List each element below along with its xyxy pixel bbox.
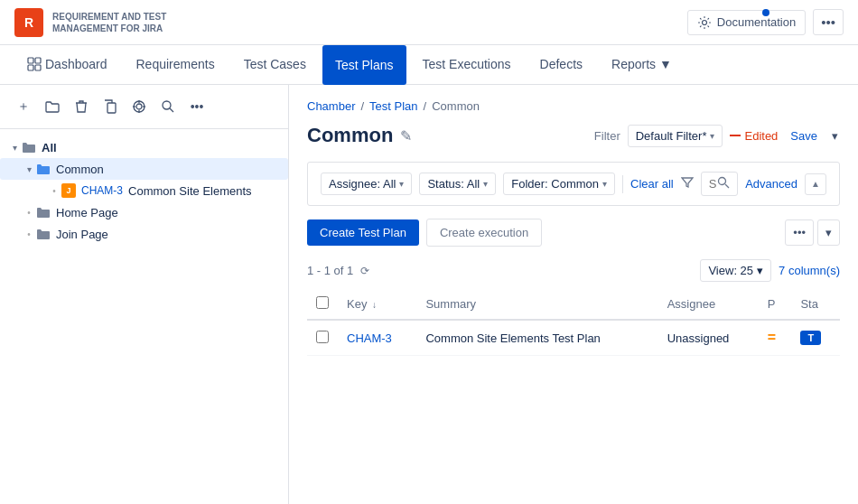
app-title: REQUIREMENT AND TEST MANAGEMENT FOR JIRA <box>52 11 170 34</box>
chevron-down-icon: ▼ <box>659 57 672 71</box>
filter-row: Filter Default Filter* ▾ Edited Save ▾ <box>594 125 840 147</box>
tree-area: ▾ All ▾ Common • J CHAM-3 Common Site El… <box>0 129 288 252</box>
breadcrumb-sep1: / <box>360 99 364 113</box>
nav-item-requirements[interactable]: Requirements <box>124 45 228 85</box>
th-key[interactable]: Key ↓ <box>338 289 416 320</box>
folder-button[interactable] <box>40 94 65 119</box>
breadcrumb: Chamber / Test Plan / Common <box>307 99 840 113</box>
search-sidebar-button[interactable] <box>155 94 181 119</box>
main-layout: ＋ <box>0 85 858 504</box>
folder-icon-home <box>36 205 51 219</box>
filter-value: Default Filter* <box>636 129 707 143</box>
edited-badge: Edited <box>730 129 778 143</box>
tree-item-common[interactable]: ▾ Common <box>0 158 288 180</box>
sidebar: ＋ <box>0 85 289 504</box>
jira-icon-cham3: J <box>61 183 76 198</box>
documentation-button[interactable]: Documentation <box>687 10 806 35</box>
tree-item-all[interactable]: ▾ All <box>0 136 288 158</box>
page-header: Common ✎ Filter Default Filter* ▾ Edited… <box>307 124 840 147</box>
svg-rect-3 <box>28 65 33 70</box>
app-logo: R <box>14 8 43 37</box>
create-execution-button[interactable]: Create execution <box>426 219 542 247</box>
svg-line-13 <box>170 108 173 112</box>
th-checkbox <box>307 289 338 320</box>
tree-item-common-label: Common <box>56 163 104 176</box>
action-row: Create Test Plan Create execution ••• ▾ <box>307 219 840 247</box>
expand-icon-common: ▾ <box>22 164 36 174</box>
folder-filter[interactable]: Folder: Common ▾ <box>503 173 615 195</box>
tree-item-home-page[interactable]: • Home Page <box>0 201 288 223</box>
th-assignee[interactable]: Assignee <box>658 289 759 320</box>
tree-item-key: CHAM-3 <box>81 184 123 197</box>
breadcrumb-sep2: / <box>424 99 427 113</box>
status-filter[interactable]: Status: All ▾ <box>419 173 496 195</box>
page-title-row: Common ✎ <box>307 124 412 147</box>
row-checkbox[interactable] <box>316 331 329 343</box>
refresh-icon[interactable]: ⟳ <box>360 265 369 277</box>
edit-icon[interactable]: ✎ <box>400 127 412 145</box>
th-priority[interactable]: P <box>759 289 792 320</box>
target-button[interactable] <box>126 94 152 119</box>
svg-point-14 <box>719 178 726 185</box>
collapse-filters-button[interactable]: ▲ <box>805 173 826 195</box>
copy-button[interactable] <box>98 94 123 119</box>
breadcrumb-test-plan[interactable]: Test Plan <box>369 99 417 113</box>
content-area: Chamber / Test Plan / Common Common ✎ Fi… <box>289 85 858 504</box>
expand-actions-button[interactable]: ▾ <box>817 219 840 246</box>
row-key-link[interactable]: CHAM-3 <box>347 331 392 345</box>
priority-equal-icon: = <box>768 330 776 346</box>
breadcrumb-chamber[interactable]: Chamber <box>307 99 355 113</box>
tree-item-cham3[interactable]: • J CHAM-3 Common Site Elements <box>0 180 288 201</box>
row-assignee: Unassigned <box>667 331 730 345</box>
nav-item-test-cases[interactable]: Test Cases <box>231 45 319 85</box>
search-icon[interactable] <box>717 176 730 191</box>
assignee-label: Assignee: All <box>329 177 396 191</box>
tree-root-label: All <box>42 141 57 154</box>
more-actions-button[interactable]: ••• <box>785 219 814 246</box>
nav-item-defects[interactable]: Defects <box>527 45 595 85</box>
expand-icon: ▾ <box>7 143 22 153</box>
chevron-down-icon: ▾ <box>483 179 488 189</box>
row-key-cell: CHAM-3 <box>338 320 416 356</box>
gear-icon <box>697 15 712 30</box>
nav-item-dashboard[interactable]: Dashboard <box>14 45 120 85</box>
sidebar-more-button[interactable]: ••• <box>184 94 210 119</box>
nav-item-reports[interactable]: Reports ▼ <box>599 45 685 85</box>
filter-dropdown[interactable]: Default Filter* ▾ <box>628 125 723 147</box>
chevron-down-icon: ▾ <box>602 179 607 189</box>
search-icon <box>161 99 175 114</box>
edited-dash <box>730 135 741 136</box>
delete-button[interactable] <box>69 94 94 119</box>
columns-button[interactable]: 7 column(s) <box>779 264 840 277</box>
add-button[interactable]: ＋ <box>11 94 36 119</box>
search-input[interactable] <box>709 177 717 191</box>
svg-point-0 <box>702 20 706 24</box>
svg-point-7 <box>136 104 142 109</box>
save-button[interactable]: Save <box>785 126 823 146</box>
nav-item-test-executions[interactable]: Test Executions <box>410 45 524 85</box>
select-all-checkbox[interactable] <box>316 296 329 309</box>
folder-icon-join <box>36 227 51 241</box>
tree-item-join-page[interactable]: • Join Page <box>0 223 288 245</box>
table-meta: 1 - 1 of 1 ⟳ View: 25 ▾ 7 column(s) <box>307 259 840 282</box>
row-summary: Common Site Elements Test Plan <box>425 331 600 345</box>
th-summary[interactable]: Summary <box>416 289 657 320</box>
advanced-button[interactable]: Advanced <box>745 177 797 191</box>
row-assignee-cell: Unassigned <box>658 320 759 356</box>
more-options-button[interactable]: ••• <box>813 9 844 35</box>
th-status[interactable]: Sta <box>791 289 840 320</box>
nav-item-test-plans[interactable]: Test Plans <box>322 45 406 85</box>
search-box[interactable] <box>701 172 738 196</box>
tree-item-home-label: Home Page <box>56 206 118 219</box>
navbar: Dashboard Requirements Test Cases Test P… <box>0 45 858 85</box>
edited-label: Edited <box>744 129 778 143</box>
view-select[interactable]: View: 25 ▾ <box>700 259 771 282</box>
save-dropdown-button[interactable]: ▾ <box>830 126 840 146</box>
create-test-plan-button[interactable]: Create Test Plan <box>307 219 419 246</box>
chevron-down-icon: ▾ <box>710 131 714 141</box>
folder-icon-common <box>36 162 51 176</box>
assignee-filter[interactable]: Assignee: All ▾ <box>321 173 412 195</box>
topbar: R REQUIREMENT AND TEST MANAGEMENT FOR JI… <box>0 0 858 45</box>
tree-item-cham3-label: Common Site Elements <box>128 184 252 198</box>
clear-all-button[interactable]: Clear all <box>630 177 674 191</box>
